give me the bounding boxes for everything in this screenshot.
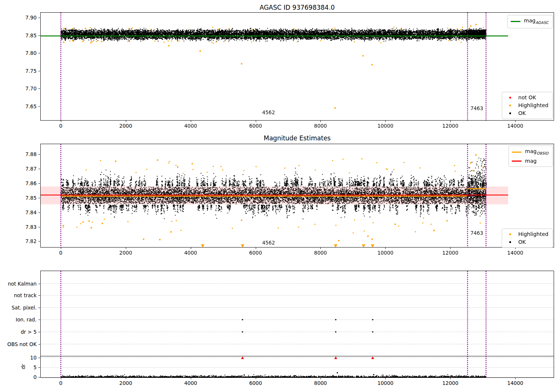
y-tick-mark	[38, 18, 40, 18]
x-tick-label: 2000	[119, 123, 132, 129]
legend-label: mag	[525, 158, 536, 165]
legend-label: OK	[518, 239, 526, 246]
y-tick-label: 7.84	[0, 209, 37, 215]
legend-item: OK	[505, 110, 548, 117]
legend-dot-swatch	[505, 232, 515, 237]
legend-item: magAGASC	[511, 17, 548, 26]
legend-item: mag	[512, 158, 548, 165]
y-tick-label: 7.90	[0, 15, 37, 21]
legend-label: Highlighted	[518, 231, 548, 238]
obsid-label: 4562	[262, 109, 275, 115]
y-tick-mark	[38, 35, 40, 36]
x-tick-label: 6000	[249, 250, 262, 256]
panel-flags-dr-canvas	[41, 271, 554, 377]
x-tick-mark	[126, 248, 126, 249]
legend-item: Highlighted	[505, 231, 548, 238]
flag-tick-label: not track	[0, 293, 37, 298]
obsid-label: 7463	[470, 105, 483, 111]
y-tick-label: 7.86	[0, 180, 37, 186]
figure: AGASC ID 937698384.0 Magnitude Estimates…	[0, 0, 560, 392]
x-tick-mark	[61, 378, 61, 379]
flag-tick-label: Sat. pixel.	[0, 305, 37, 310]
legend-label-subscript: OBSID	[536, 151, 548, 155]
x-tick-mark	[515, 121, 516, 122]
y-tick-mark	[38, 377, 40, 377]
x-tick-mark	[515, 378, 516, 379]
y-tick-label: 7.83	[0, 224, 37, 230]
obsid-label: 4562	[262, 240, 275, 246]
legend-dot-swatch	[505, 96, 515, 100]
y-tick-mark	[38, 53, 40, 53]
x-tick-mark	[320, 248, 321, 249]
legend-line-swatch	[512, 150, 522, 155]
y-tick-label: 7.65	[0, 103, 37, 109]
x-tick-label: 0	[59, 123, 63, 129]
x-tick-label: 14000	[507, 380, 523, 386]
x-tick-mark	[191, 121, 191, 122]
legend-line-swatch	[512, 159, 522, 163]
x-tick-label: 8000	[314, 123, 327, 129]
y-tick-label: 7.82	[0, 239, 37, 244]
x-tick-mark	[61, 121, 61, 122]
x-tick-mark	[320, 121, 321, 122]
legend-line-swatch	[511, 19, 520, 24]
x-tick-mark	[385, 378, 386, 379]
x-tick-mark	[450, 248, 451, 249]
x-tick-label: 4000	[184, 250, 197, 256]
flag-tick-label: Ion. rad.	[0, 317, 37, 323]
y-tick-mark	[38, 344, 40, 345]
x-tick-label: 4000	[184, 380, 197, 386]
flag-tick-label: not Kalman	[0, 281, 37, 286]
legend-item: Highlighted	[505, 102, 548, 109]
y-tick-mark	[38, 183, 40, 184]
panel-magnitude-estimates: 45627463	[40, 144, 554, 248]
x-tick-label: 2000	[119, 380, 132, 386]
x-tick-mark	[385, 248, 386, 249]
x-tick-mark	[450, 121, 451, 122]
x-tick-label: 6000	[249, 123, 262, 129]
y-tick-label: 7.85	[0, 32, 37, 38]
x-tick-label: 14000	[507, 250, 523, 256]
legend-box: magAGASC	[507, 15, 553, 28]
x-tick-label: 8000	[314, 250, 327, 256]
y-tick-mark	[38, 88, 40, 89]
x-tick-label: 6000	[249, 380, 262, 386]
legend-label: magOBSID	[525, 148, 548, 157]
x-tick-mark	[191, 378, 191, 379]
y-tick-label: 7.80	[0, 50, 37, 56]
y-tick-mark	[38, 241, 40, 242]
legend-label: Highlighted	[518, 102, 548, 109]
legend-dot-swatch	[505, 240, 515, 245]
y-tick-label: 7.87	[0, 166, 37, 172]
x-tick-label: 10000	[377, 380, 393, 386]
x-tick-label: 14000	[507, 123, 523, 129]
y-tick-mark	[38, 198, 40, 198]
y-tick-mark	[38, 320, 40, 320]
x-tick-mark	[61, 248, 61, 249]
x-tick-label: 0	[59, 250, 63, 256]
legend-box: not OKHighlightedOK	[502, 92, 553, 119]
x-tick-mark	[385, 121, 386, 122]
x-tick-label: 12000	[442, 123, 458, 129]
y-tick-label: 7.70	[0, 86, 37, 91]
x-tick-mark	[256, 121, 256, 122]
y-tick-label: 7.75	[0, 68, 37, 74]
x-tick-label: 10000	[377, 123, 393, 129]
y-tick-mark	[38, 367, 40, 368]
x-tick-label: 8000	[314, 380, 327, 386]
y-tick-mark	[38, 295, 40, 296]
legend-label-subscript: AGASC	[535, 21, 548, 25]
y-tick-mark	[38, 169, 40, 169]
flag-tick-label: 10	[0, 355, 37, 360]
panel-flags-dr	[40, 271, 554, 378]
x-tick-label: 4000	[184, 123, 197, 129]
y-tick-mark	[38, 227, 40, 227]
x-tick-mark	[450, 378, 451, 379]
x-tick-mark	[256, 248, 256, 249]
x-tick-mark	[126, 121, 126, 122]
y-tick-mark	[38, 358, 40, 358]
legend-item: magOBSID	[512, 148, 548, 157]
panel-agasc-mag-canvas	[41, 13, 554, 120]
y-tick-mark	[38, 154, 40, 155]
legend-label: not OK	[518, 94, 536, 101]
